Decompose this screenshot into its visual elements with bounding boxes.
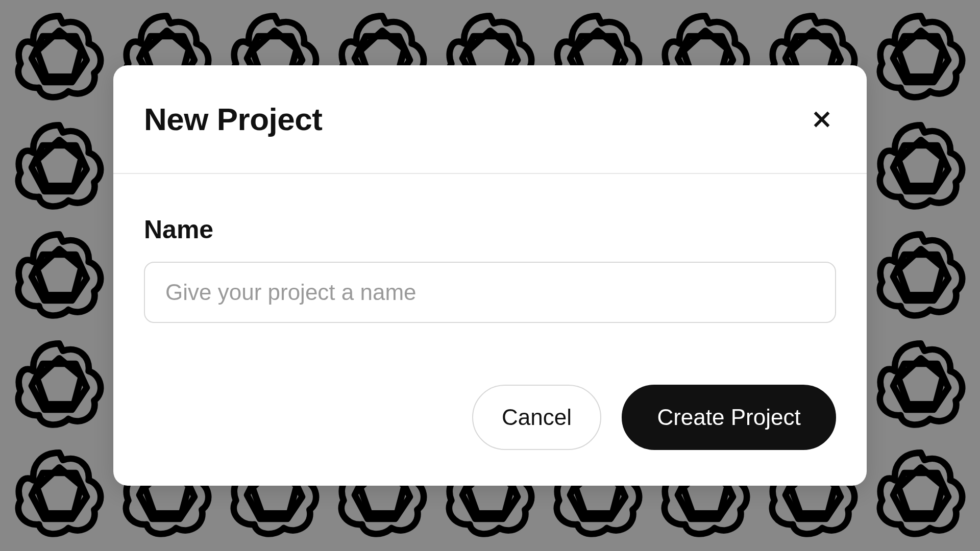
create-project-button-label: Create Project (657, 405, 800, 430)
close-icon (812, 109, 832, 130)
modal-header: New Project (113, 65, 867, 174)
name-field-label: Name (144, 215, 836, 244)
project-name-input[interactable] (144, 262, 836, 323)
modal-body: Name (113, 174, 867, 385)
cancel-button-label: Cancel (502, 405, 572, 430)
create-project-button[interactable]: Create Project (622, 385, 836, 450)
cancel-button[interactable]: Cancel (472, 385, 601, 450)
modal-title: New Project (144, 101, 322, 137)
new-project-modal: New Project Name Cancel Create Project (113, 65, 867, 486)
modal-footer: Cancel Create Project (113, 385, 867, 486)
close-button[interactable] (807, 105, 836, 134)
